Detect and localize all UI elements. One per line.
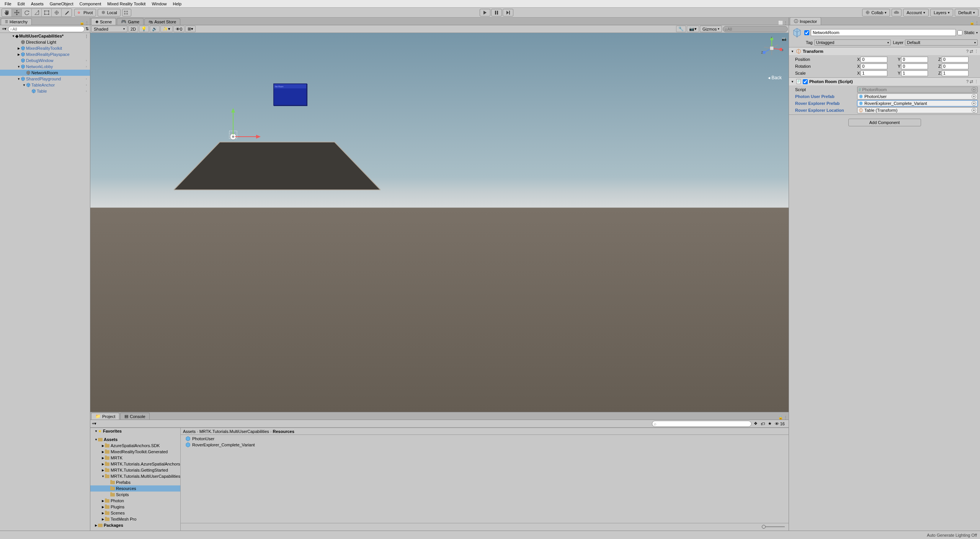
- foldout-icon[interactable]: ▶: [101, 511, 105, 515]
- preset-icon[interactable]: ⇄: [970, 49, 973, 54]
- object-picker-icon[interactable]: [972, 101, 976, 106]
- help-icon[interactable]: ?: [966, 79, 969, 84]
- breadcrumb-item[interactable]: Assets: [183, 429, 196, 434]
- lock-icon[interactable]: 🔒: [970, 21, 974, 25]
- menu-component[interactable]: Component: [76, 2, 104, 6]
- camera-icon[interactable]: 📷▾: [687, 26, 699, 32]
- object-picker-icon[interactable]: [972, 94, 976, 99]
- open-prefab-icon[interactable]: ›: [86, 83, 88, 87]
- hierarchy-item[interactable]: Table›: [0, 88, 90, 94]
- pivot-toggle[interactable]: Pivot: [74, 9, 96, 16]
- foldout-icon[interactable]: ▶: [101, 444, 105, 448]
- assets-root[interactable]: ▼Assets: [90, 436, 180, 443]
- foldout-icon[interactable]: ▶: [101, 505, 105, 509]
- folder-item[interactable]: ▶MRTK: [90, 455, 180, 461]
- 2d-toggle[interactable]: 2D: [128, 26, 138, 32]
- folder-item[interactable]: Scripts: [90, 492, 180, 498]
- collab-dropdown[interactable]: Collab: [862, 9, 890, 16]
- transform-header[interactable]: ▼ Transform ?⇄⋮: [789, 47, 980, 55]
- z-input[interactable]: [942, 70, 969, 76]
- hierarchy-item[interactable]: DebugWindow›: [0, 57, 90, 64]
- move-tool[interactable]: [12, 9, 22, 16]
- asset-item[interactable]: PhotonUser: [181, 436, 788, 442]
- gizmos-dropdown[interactable]: Gizmos: [700, 26, 722, 32]
- fx-toggle[interactable]: ✨▾: [160, 26, 173, 32]
- orientation-gizmo[interactable]: y x z: [760, 37, 783, 60]
- account-dropdown[interactable]: Account: [903, 9, 929, 16]
- foldout-icon[interactable]: ▶: [17, 47, 21, 50]
- z-input[interactable]: [942, 57, 969, 62]
- layout-dropdown[interactable]: Default: [955, 9, 978, 16]
- help-icon[interactable]: ?: [966, 49, 969, 54]
- play-button[interactable]: [480, 9, 490, 16]
- x-input[interactable]: [861, 57, 887, 62]
- open-prefab-icon[interactable]: ›: [86, 59, 88, 62]
- add-component-button[interactable]: Add Component: [848, 119, 921, 126]
- scale-tool[interactable]: [32, 9, 42, 16]
- foldout-icon[interactable]: ▼: [22, 83, 26, 87]
- photon-room-header[interactable]: ▼ # Photon Room (Script) ?⇄⋮: [789, 78, 980, 85]
- lock-icon[interactable]: 🔒: [80, 21, 84, 25]
- foldout-icon[interactable]: ▶: [17, 53, 21, 56]
- foldout-icon[interactable]: ▶: [101, 462, 105, 466]
- hierarchy-item[interactable]: ▼TableAnchor›: [0, 82, 90, 88]
- rotate-tool[interactable]: [22, 9, 32, 16]
- scene-viewport[interactable]: 📷 y x z: [90, 33, 789, 412]
- asset-item[interactable]: RoverExplorer_Complete_Variant: [181, 442, 788, 448]
- context-menu-icon[interactable]: ⋮: [784, 415, 787, 420]
- scene-search[interactable]: ⌕: [723, 26, 788, 32]
- lighting-toggle[interactable]: 💡: [139, 26, 149, 32]
- object-field[interactable]: Table (Transform): [857, 107, 978, 113]
- open-prefab-icon[interactable]: ›: [86, 89, 88, 93]
- hierarchy-tab[interactable]: ☰Hierarchy: [1, 18, 32, 25]
- gameobject-name-input[interactable]: [811, 29, 956, 36]
- folder-item[interactable]: Prefabs: [90, 479, 180, 485]
- custom-tool[interactable]: [62, 9, 72, 16]
- foldout-icon[interactable]: ▶: [101, 456, 105, 460]
- hierarchy-item[interactable]: ▼SharedPlayground›: [0, 76, 90, 82]
- static-toggle[interactable]: [957, 30, 962, 35]
- project-search[interactable]: ⌕: [652, 421, 751, 427]
- context-menu-icon[interactable]: ⋮: [974, 49, 978, 54]
- asset-store-tab[interactable]: 🛍Asset Store: [144, 18, 180, 25]
- hierarchy-item[interactable]: Directional Light: [0, 39, 90, 45]
- object-field[interactable]: PhotonUser: [857, 93, 978, 100]
- gameobject-active-toggle[interactable]: [804, 30, 809, 35]
- inspector-tab[interactable]: ⓘInspector: [790, 17, 821, 25]
- breadcrumb-item[interactable]: MRTK.Tutorials.MultiUserCapabilities: [199, 429, 269, 434]
- project-search-input[interactable]: [657, 421, 750, 426]
- packages-root[interactable]: ▶Packages: [90, 522, 180, 528]
- local-toggle[interactable]: Local: [98, 9, 120, 16]
- menu-assets[interactable]: Assets: [28, 2, 47, 6]
- folder-item[interactable]: ▶MixedRealityToolkit.Generated: [90, 449, 180, 455]
- prefab-back-button[interactable]: ◂ Back: [768, 75, 782, 80]
- hidden-count-icon[interactable]: 👁16: [774, 421, 787, 426]
- grid-toggle[interactable]: ⊞▾: [185, 26, 196, 32]
- foldout-icon[interactable]: ▶: [101, 499, 105, 503]
- folder-item[interactable]: ▶TextMesh Pro: [90, 516, 180, 522]
- filter-by-type-icon[interactable]: ❖: [753, 421, 759, 426]
- project-tab[interactable]: 📁Project: [91, 413, 119, 420]
- grid-snap[interactable]: [122, 9, 131, 16]
- preset-icon[interactable]: ⇄: [970, 79, 973, 84]
- context-menu-icon[interactable]: ⋮: [85, 21, 89, 25]
- pause-button[interactable]: [491, 9, 502, 16]
- y-input[interactable]: [901, 57, 928, 62]
- step-button[interactable]: [503, 9, 513, 16]
- favorites-row[interactable]: ▼★Favorites: [90, 428, 180, 434]
- create-dropdown[interactable]: +▾: [1, 26, 7, 31]
- context-menu-icon[interactable]: ⋮: [784, 21, 787, 25]
- folder-item[interactable]: ▶AzureSpatialAnchors.SDK: [90, 443, 180, 449]
- foldout-icon[interactable]: ▼: [101, 475, 105, 478]
- folder-item[interactable]: Resources: [90, 485, 180, 492]
- console-tab[interactable]: ▤Console: [120, 413, 149, 420]
- folder-item[interactable]: ▶MRTK.Tutorials.AzureSpatialAnchors: [90, 461, 180, 467]
- foldout-icon[interactable]: ▶: [101, 469, 105, 472]
- y-input[interactable]: [901, 70, 928, 76]
- context-menu-icon[interactable]: ⋮: [975, 21, 979, 25]
- foldout-icon[interactable]: ▶: [101, 450, 105, 454]
- scene-context-icon[interactable]: ⋮: [85, 34, 88, 38]
- save-search-icon[interactable]: ★: [767, 421, 773, 426]
- scene-tab[interactable]: ◈Scene: [91, 18, 116, 25]
- hierarchy-item[interactable]: ▶MixedRealityToolkit: [0, 45, 90, 51]
